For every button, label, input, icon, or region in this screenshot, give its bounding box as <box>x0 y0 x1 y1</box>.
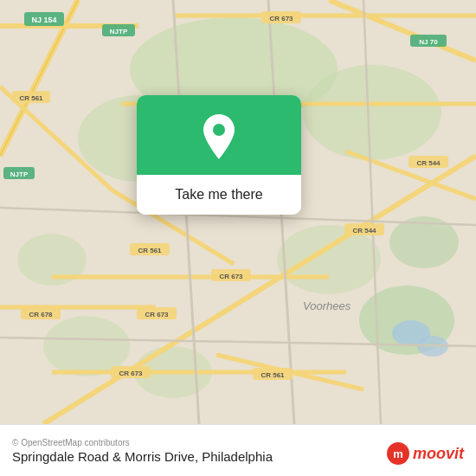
svg-text:CR 561: CR 561 <box>261 371 285 379</box>
moovit-logo: m moovit <box>386 441 464 466</box>
svg-text:CR 673: CR 673 <box>145 311 169 318</box>
svg-text:NJTP: NJTP <box>10 170 29 178</box>
svg-text:CR 544: CR 544 <box>416 159 441 167</box>
svg-text:CR 673: CR 673 <box>219 273 243 280</box>
svg-text:CR 673: CR 673 <box>119 370 143 377</box>
svg-text:Voorhees: Voorhees <box>303 299 351 312</box>
svg-text:NJ 70: NJ 70 <box>419 38 438 46</box>
svg-text:NJ 154: NJ 154 <box>31 16 56 24</box>
svg-text:CR 678: CR 678 <box>29 311 53 318</box>
svg-text:m: m <box>393 447 403 460</box>
svg-point-62 <box>213 124 225 136</box>
moovit-text: moovit <box>413 445 464 463</box>
popup-icon-area <box>137 95 301 175</box>
take-me-there-button[interactable]: Take me there <box>137 175 301 215</box>
svg-text:NJTP: NJTP <box>110 28 128 35</box>
svg-text:CR 561: CR 561 <box>19 94 43 102</box>
bottom-bar: © OpenStreetMap contributors Springdale … <box>0 424 476 476</box>
svg-text:CR 561: CR 561 <box>138 247 162 254</box>
moovit-icon: m <box>386 441 410 466</box>
svg-text:CR 544: CR 544 <box>352 227 376 235</box>
location-pin-icon <box>200 114 238 159</box>
map-container: NJ 154 NJTP CR 673 NJ 70 CR 561 NJTP CR … <box>0 0 476 424</box>
svg-text:CR 673: CR 673 <box>269 15 293 23</box>
svg-point-3 <box>303 65 441 160</box>
popup-card: Take me there <box>137 95 301 215</box>
